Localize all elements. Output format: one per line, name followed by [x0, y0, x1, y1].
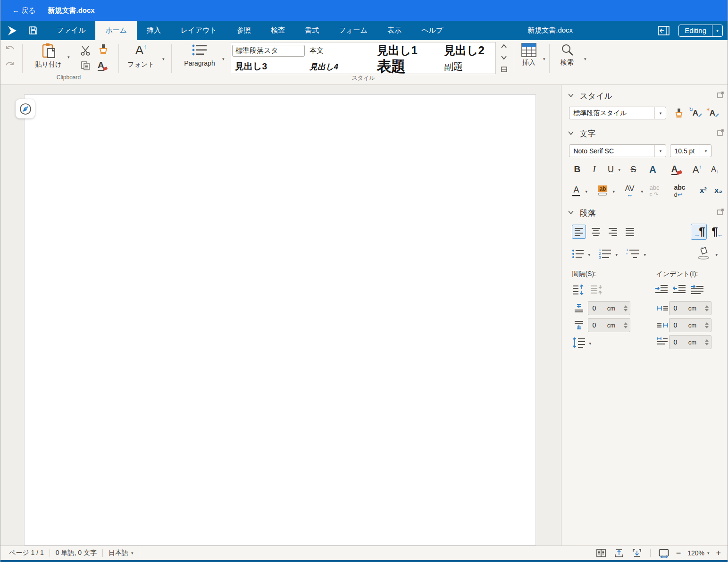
clear-style-button[interactable]: A [669, 162, 685, 176]
font-name-select[interactable]: Noto Serif SC ▾ [569, 144, 666, 157]
update-style-icon[interactable]: ↻ A [688, 107, 702, 119]
highlight-caret-icon[interactable]: ▾ [612, 190, 615, 194]
tab-insert[interactable]: 挿入 [137, 21, 171, 40]
remove-paragraph-spacing-icon[interactable] [590, 283, 604, 296]
paragraph-style-caret-icon[interactable]: ▾ [654, 107, 666, 119]
save-icon[interactable] [25, 21, 41, 40]
indent-first-line-value[interactable]: 0 [669, 338, 682, 346]
tab-home[interactable]: ホーム [95, 21, 137, 40]
search-button[interactable]: 検索 [555, 43, 579, 67]
indent-after-spin-arrows[interactable] [703, 319, 711, 332]
editing-mode-button[interactable]: Editing ▾ [678, 25, 723, 37]
change-case-button[interactable]: abc c ↷ [649, 183, 667, 198]
paragraph-button[interactable]: Paragraph [179, 43, 220, 67]
style-item-heading4[interactable]: 見出し4 [306, 61, 373, 72]
font-caret-icon[interactable]: ▾ [162, 57, 165, 61]
increase-indent-icon[interactable] [654, 283, 669, 296]
styles-popout-icon[interactable] [717, 92, 724, 98]
first-line-indent-icon[interactable] [690, 283, 705, 296]
zoom-in-button[interactable]: + [716, 548, 721, 558]
fit-width-icon[interactable] [631, 548, 643, 558]
tab-help[interactable]: ヘルプ [411, 21, 453, 40]
font-size-caret-icon[interactable]: ▾ [700, 145, 711, 157]
undo-icon[interactable] [4, 44, 16, 55]
paragraph-caret-icon[interactable]: ▾ [222, 57, 225, 61]
paragraph-popout-icon[interactable] [717, 209, 724, 215]
style-item-subtitle[interactable]: 副題 [440, 60, 493, 73]
zoom-out-button[interactable]: − [676, 548, 681, 558]
collapse-panel-icon[interactable] [658, 25, 670, 36]
cut-icon[interactable] [80, 45, 91, 56]
bold-button[interactable]: B [571, 162, 583, 176]
fit-to-width-toggle-icon[interactable] [658, 548, 669, 558]
gallery-expand-icon[interactable] [501, 67, 507, 72]
multilevel-list-caret-icon[interactable]: ▾ [644, 253, 646, 257]
indent-before-value[interactable]: 0 [669, 304, 682, 312]
style-item-heading2[interactable]: 見出し2 [440, 43, 493, 58]
text-collapse-chevron-icon[interactable] [568, 131, 574, 135]
copy-style-brush-icon[interactable] [98, 44, 109, 55]
decrease-indent-icon[interactable] [672, 283, 687, 296]
numbered-list-caret-icon[interactable]: ▾ [615, 253, 618, 257]
gallery-down-icon[interactable] [501, 55, 507, 60]
paragraph-shading-caret-icon[interactable]: ▾ [715, 253, 718, 257]
style-item-body[interactable]: 本文 [306, 46, 373, 55]
strikethrough-button[interactable]: S [628, 162, 639, 176]
clone-formatting-icon[interactable] [673, 107, 685, 119]
zoom-level-selector[interactable]: 120% ▾ [687, 549, 709, 557]
line-spacing-caret-icon[interactable]: ▾ [589, 342, 591, 346]
highlight-color-button[interactable]: ab [595, 183, 610, 198]
font-size-select[interactable]: 10.5 pt ▾ [670, 144, 711, 157]
font-name-caret-icon[interactable]: ▾ [654, 145, 666, 157]
font-color-caret-icon[interactable]: ▾ [585, 190, 587, 194]
paragraph-style-select[interactable]: 標準段落スタイル ▾ [569, 107, 666, 119]
character-shading-button[interactable]: A [646, 162, 659, 176]
numbered-list-button[interactable]: 123 [597, 247, 612, 260]
spacing-before-spin-arrows[interactable] [621, 302, 630, 315]
text-popout-icon[interactable] [717, 129, 724, 136]
font-color-button[interactable]: A [570, 183, 582, 198]
subscript-button[interactable]: x₂ [711, 183, 725, 198]
indent-after-spinner[interactable]: 0 cm [669, 318, 711, 332]
character-spacing-caret-icon[interactable]: ▾ [641, 190, 643, 194]
language-selector[interactable]: 日本語 ▾ [109, 549, 134, 557]
align-left-button[interactable] [572, 225, 586, 239]
app-logo-icon[interactable] [4, 21, 20, 40]
indent-first-line-spinner[interactable]: 0 cm [669, 335, 711, 349]
paste-caret-icon[interactable]: ▾ [67, 55, 70, 59]
editing-mode-caret-icon[interactable]: ▾ [712, 25, 722, 36]
style-item-title[interactable]: 表題 [373, 57, 440, 76]
increment-font-size-button[interactable]: A↑ [690, 162, 704, 176]
spacing-before-spinner[interactable]: 0 cm [588, 301, 630, 315]
styles-collapse-chevron-icon[interactable] [568, 93, 574, 97]
navigation-compass-button[interactable] [16, 99, 35, 118]
spacing-after-value[interactable]: 0 [588, 321, 601, 329]
decrement-font-size-button[interactable]: A↓ [708, 162, 722, 176]
tab-file[interactable]: ファイル [47, 21, 95, 40]
tab-forms[interactable]: フォーム [329, 21, 377, 40]
paragraph-collapse-chevron-icon[interactable] [568, 210, 574, 214]
paste-button[interactable]: 貼り付け [34, 43, 63, 69]
style-item-heading1[interactable]: 見出し1 [373, 43, 440, 58]
tab-layout[interactable]: レイアウト [171, 21, 227, 40]
new-style-icon[interactable]: ✶ A [705, 107, 719, 119]
align-right-button[interactable] [606, 225, 620, 239]
language-caret-icon[interactable]: ▾ [131, 551, 134, 555]
paragraph-shading-bucket-icon[interactable] [695, 245, 711, 261]
copy-icon[interactable] [80, 60, 91, 71]
rtl-paragraph-button[interactable]: ¶ ← [710, 224, 726, 240]
tab-references[interactable]: 参照 [227, 21, 261, 40]
font-button[interactable]: A ↑ フォント [122, 43, 160, 69]
italic-button[interactable]: I [589, 162, 599, 176]
character-spacing-button[interactable]: AV ↔ [621, 183, 638, 198]
spacing-after-spin-arrows[interactable] [621, 319, 630, 332]
tab-view[interactable]: 表示 [377, 21, 411, 40]
superscript-button[interactable]: x² [696, 183, 710, 198]
indent-first-line-spin-arrows[interactable] [703, 336, 711, 349]
line-spacing-icon[interactable] [572, 336, 586, 349]
underline-caret-icon[interactable]: ▾ [618, 168, 620, 172]
add-paragraph-spacing-icon[interactable] [572, 283, 586, 296]
insert-table-button[interactable]: 挿入 [518, 43, 540, 67]
zoom-caret-icon[interactable]: ▾ [707, 551, 710, 555]
indent-before-spin-arrows[interactable] [703, 302, 711, 315]
